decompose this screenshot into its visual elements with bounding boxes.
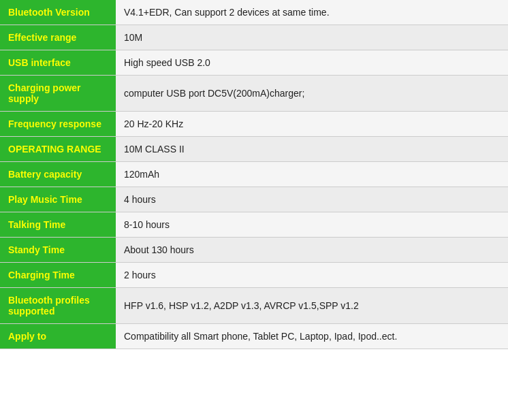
spec-value-battery-capacity: 120mAh [116,162,508,187]
spec-value-talking-time: 8-10 hours [116,212,508,238]
spec-value-effective-range: 10M [116,25,508,50]
spec-label-usb-interface: USB interface [0,50,116,76]
spec-label-charging-power-supply: Charging power supply [0,76,116,112]
spec-value-operating-range: 10M CLASS II [116,137,508,162]
table-row: Charging power supplycomputer USB port D… [0,76,508,112]
spec-value-frequency-response: 20 Hz-20 KHz [116,112,508,137]
spec-label-apply-to: Apply to [0,324,116,349]
table-row: Charging Time2 hours [0,263,508,288]
table-row: Battery capacity120mAh [0,162,508,187]
spec-label-talking-time: Talking Time [0,212,116,238]
spec-label-frequency-response: Frequency response [0,112,116,137]
table-row: OPERATING RANGE10M CLASS II [0,137,508,162]
spec-value-charging-power-supply: computer USB port DC5V(200mA)charger; [116,76,508,112]
spec-value-play-music-time: 4 hours [116,187,508,212]
table-row: Standy TimeAbout 130 hours [0,238,508,263]
table-row: Talking Time8-10 hours [0,212,508,238]
spec-value-standy-time: About 130 hours [116,238,508,263]
spec-label-charging-time: Charging Time [0,263,116,288]
spec-label-bluetooth-profiles: Bluetooth profiles supported [0,288,116,324]
spec-value-bluetooth-profiles: HFP v1.6, HSP v1.2, A2DP v1.3, AVRCP v1.… [116,288,508,324]
table-row: Play Music Time4 hours [0,187,508,212]
table-row: Bluetooth profiles supportedHFP v1.6, HS… [0,288,508,324]
spec-label-operating-range: OPERATING RANGE [0,137,116,162]
table-row: Effective range10M [0,25,508,50]
spec-label-bluetooth-version: Bluetooth Version [0,0,116,25]
table-row: Apply toCompatibility all Smart phone, T… [0,324,508,349]
spec-value-charging-time: 2 hours [116,263,508,288]
spec-table: Bluetooth VersionV4.1+EDR, Can support 2… [0,0,508,349]
table-row: Frequency response20 Hz-20 KHz [0,112,508,137]
spec-label-standy-time: Standy Time [0,238,116,263]
spec-label-effective-range: Effective range [0,25,116,50]
spec-value-bluetooth-version: V4.1+EDR, Can support 2 devices at same … [116,0,508,25]
table-row: Bluetooth VersionV4.1+EDR, Can support 2… [0,0,508,25]
spec-label-battery-capacity: Battery capacity [0,162,116,187]
table-row: USB interfaceHigh speed USB 2.0 [0,50,508,76]
spec-value-usb-interface: High speed USB 2.0 [116,50,508,76]
spec-label-play-music-time: Play Music Time [0,187,116,212]
spec-value-apply-to: Compatibility all Smart phone, Tablet PC… [116,324,508,349]
